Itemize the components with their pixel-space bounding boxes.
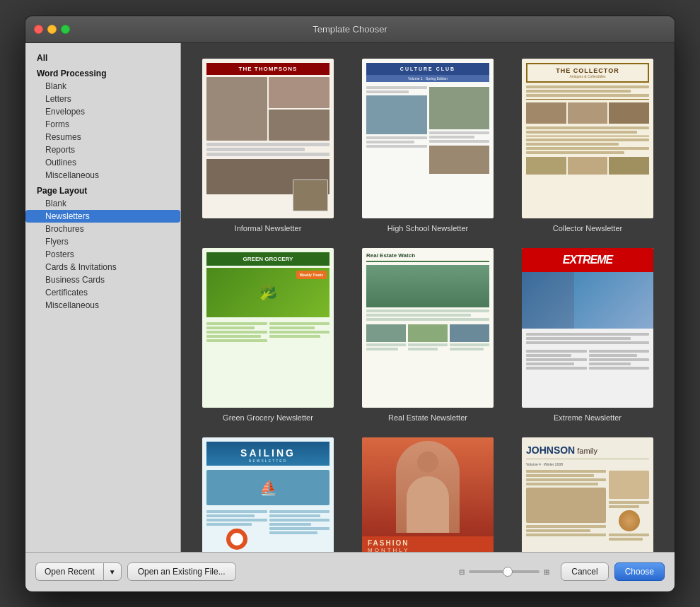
template-preview-extreme: EXTREME (520, 247, 655, 409)
template-preview-family: JOHNSON family Volume 4 · Winter 2008 (520, 436, 655, 552)
template-label-extreme: Extreme Newsletter (554, 413, 622, 422)
sidebar-item-envelopes[interactable]: Envelopes (25, 105, 180, 118)
sidebar-item-newsletters[interactable]: Newsletters (25, 210, 180, 223)
template-family-newsletter[interactable]: JOHNSON family Volume 4 · Winter 2008 (515, 436, 660, 552)
template-chooser-window: Template Chooser All Word Processing Bla… (25, 16, 675, 592)
template-collector-newsletter[interactable]: THE COLLECTOR Antiques & Collectibles (515, 57, 660, 232)
open-recent-arrow[interactable]: ▼ (103, 562, 122, 581)
template-grid-area: THE THOMPSONS (181, 43, 675, 552)
open-recent-group: Open Recent ▼ (35, 562, 122, 581)
sidebar-item-business-cards[interactable]: Business Cards (25, 273, 180, 286)
template-preview-modern: FASHION MONTHLY (361, 436, 495, 552)
sidebar-item-blank-pl[interactable]: Blank (25, 197, 180, 210)
zoom-slider-area: ⊟ ⊞ (459, 568, 549, 576)
sidebar-item-reports[interactable]: Reports (25, 143, 180, 156)
traffic-lights (34, 25, 70, 34)
sidebar-item-flyers[interactable]: Flyers (25, 235, 180, 248)
window-title: Template Chooser (313, 24, 387, 35)
sidebar-item-misc-wp[interactable]: Miscellaneous (25, 169, 180, 182)
sidebar-item-resumes[interactable]: Resumes (25, 131, 180, 143)
template-extreme-newsletter[interactable]: EXTREME (515, 247, 660, 422)
open-recent-button[interactable]: Open Recent (35, 562, 103, 581)
template-modern-newsletter[interactable]: FASHION MONTHLY Mode (355, 436, 501, 552)
zoom-slider[interactable] (469, 570, 539, 573)
template-preview-informal: THE THOMPSONS (201, 57, 335, 220)
bottom-bar: Open Recent ▼ Open an Existing File... ⊟… (25, 552, 675, 591)
sidebar-item-posters[interactable]: Posters (25, 248, 180, 261)
template-preview-realestate: Real Estate Watch (361, 247, 495, 409)
template-grid: THE THOMPSONS (195, 57, 660, 552)
template-hs-newsletter[interactable]: CULTURE CLUB Volume 1 · Spring Edition (355, 57, 501, 232)
sidebar-item-page-layout[interactable]: Page Layout (25, 182, 180, 197)
minimize-button[interactable] (47, 25, 57, 34)
sidebar-item-certificates[interactable]: Certificates (25, 286, 180, 299)
sidebar-item-blank-wp[interactable]: Blank (25, 80, 180, 93)
zoom-small-icon: ⊟ (459, 568, 465, 576)
titlebar: Template Chooser (25, 16, 675, 43)
template-preview-hs: CULTURE CLUB Volume 1 · Spring Edition (361, 57, 495, 220)
template-grocery-newsletter[interactable]: GREEN GROCERY 🥦 Weekly Treats (195, 247, 341, 422)
sidebar-item-misc-pl[interactable]: Miscellaneous (25, 299, 180, 312)
template-sailing-newsletter[interactable]: SAILING NEWSLETTER (195, 436, 341, 552)
close-button[interactable] (34, 25, 43, 34)
template-informal-newsletter[interactable]: THE THOMPSONS (195, 57, 341, 232)
zoom-large-icon: ⊞ (544, 568, 549, 576)
sidebar-item-letters[interactable]: Letters (25, 93, 180, 105)
template-label-hs: High School Newsletter (387, 224, 468, 232)
template-label-informal: Informal Newsletter (235, 224, 302, 232)
template-realestate-newsletter[interactable]: Real Estate Watch (355, 247, 501, 422)
sidebar-item-all[interactable]: All (25, 49, 180, 64)
sidebar-item-word-processing[interactable]: Word Processing (25, 64, 180, 80)
sidebar-item-forms[interactable]: Forms (25, 118, 180, 131)
cancel-button[interactable]: Cancel (561, 562, 608, 581)
open-existing-button[interactable]: Open an Existing File... (127, 562, 236, 581)
template-label-realestate: Real Estate Newsletter (388, 413, 467, 422)
template-preview-collector: THE COLLECTOR Antiques & Collectibles (520, 57, 655, 220)
maximize-button[interactable] (61, 25, 70, 34)
choose-button[interactable]: Choose (614, 562, 665, 581)
sidebar: All Word Processing Blank Letters Envelo… (25, 43, 181, 552)
sidebar-item-brochures[interactable]: Brochures (25, 223, 180, 235)
sidebar-item-cards-invitations[interactable]: Cards & Invitations (25, 261, 180, 273)
content-area: All Word Processing Blank Letters Envelo… (25, 43, 675, 552)
sidebar-item-outlines[interactable]: Outlines (25, 156, 180, 169)
template-preview-grocery: GREEN GROCERY 🥦 Weekly Treats (201, 247, 335, 409)
template-label-collector: Collector Newsletter (553, 224, 622, 232)
template-label-grocery: Green Grocery Newsletter (223, 413, 313, 422)
template-preview-sailing: SAILING NEWSLETTER (201, 436, 335, 552)
